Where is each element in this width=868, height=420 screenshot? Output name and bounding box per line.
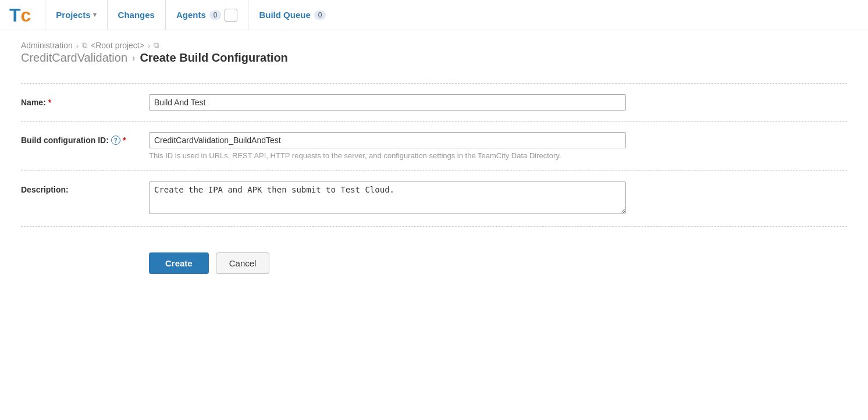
nav-label-build-queue: Build Queue (259, 10, 310, 20)
logo-t: T (9, 6, 21, 24)
help-icon[interactable]: ? (111, 136, 120, 145)
page-title: Create Build Configuration (140, 51, 287, 65)
nav-label-projects: Projects (56, 10, 90, 20)
action-row: Create Cancel (0, 239, 868, 288)
nav-label-agents: Agents (176, 10, 206, 20)
nav-item-projects[interactable]: Projects ▾ (45, 0, 106, 30)
build-id-control-wrap: This ID is used in URLs, REST API, HTTP … (149, 132, 847, 160)
chevron-down-icon: ▾ (93, 11, 97, 19)
name-control-wrap (149, 94, 847, 111)
build-id-required-star: * (123, 136, 126, 145)
agents-square-button[interactable] (225, 9, 237, 22)
breadcrumb-creditcard[interactable]: CreditCardValidation (21, 51, 127, 65)
breadcrumb: Administration › ⧉ <Root project> › ⧉ (21, 41, 847, 50)
copy-icon-2: ⧉ (154, 41, 159, 50)
breadcrumb-arrow-2: › (148, 41, 150, 50)
copy-icon-1: ⧉ (82, 41, 87, 50)
nav-links: Projects ▾ Changes Agents 0 Build Queue … (45, 0, 336, 30)
nav-item-build-queue[interactable]: Build Queue 0 (248, 0, 336, 30)
name-row: Name: * (21, 83, 847, 122)
description-label: Description: (21, 181, 149, 194)
name-label: Name: * (21, 94, 149, 107)
breadcrumb-administration[interactable]: Administration (21, 41, 73, 50)
build-id-label: Build configuration ID: ?* (21, 132, 149, 145)
form-section: Name: * Build configuration ID: ?* This … (0, 72, 868, 239)
logo-c: c (21, 6, 31, 24)
page-title-row: CreditCardValidation › Create Build Conf… (21, 51, 847, 65)
top-nav: Tc Projects ▾ Changes Agents 0 Build Que… (0, 0, 868, 30)
nav-item-changes[interactable]: Changes (107, 0, 165, 30)
logo[interactable]: Tc (9, 6, 31, 24)
name-required-star: * (48, 98, 51, 107)
description-textarea[interactable] (149, 181, 626, 214)
build-id-input[interactable] (149, 132, 626, 148)
description-control-wrap (149, 181, 847, 216)
build-id-row: Build configuration ID: ?* This ID is us… (21, 122, 847, 171)
build-queue-badge: 0 (314, 10, 326, 20)
cancel-button[interactable]: Cancel (216, 252, 270, 274)
breadcrumb-root-project[interactable]: <Root project> (91, 41, 144, 50)
create-button[interactable]: Create (149, 252, 209, 274)
breadcrumb-arrow-1: › (76, 41, 79, 50)
build-id-hint: This ID is used in URLs, REST API, HTTP … (149, 151, 626, 160)
name-input[interactable] (149, 94, 626, 111)
description-row: Description: (21, 171, 847, 227)
agents-badge: 0 (209, 10, 222, 20)
nav-label-changes: Changes (118, 10, 155, 20)
breadcrumb-arrow-3: › (132, 53, 135, 63)
breadcrumb-section: Administration › ⧉ <Root project> › ⧉ Cr… (0, 30, 868, 72)
nav-item-agents[interactable]: Agents 0 (165, 0, 248, 30)
